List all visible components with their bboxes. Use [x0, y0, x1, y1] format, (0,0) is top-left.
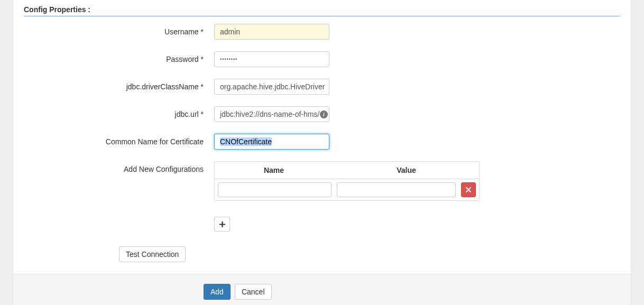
label-cn-cert: Common Name for Certificate	[24, 134, 214, 146]
add-button[interactable]: Add	[204, 284, 231, 300]
label-jdbc-url: jdbc.url *	[24, 106, 214, 118]
row-password: Password * ••••••••	[24, 51, 620, 67]
row-jdbc-url: jdbc.url * jdbc:hive2://dns-name-of-hms/…	[24, 106, 620, 122]
jdbc-driver-input[interactable]: org.apache.hive.jdbc.HiveDriver	[214, 79, 329, 95]
row-test-connection: Test Connection	[24, 246, 620, 274]
configurations-header-value: Value	[334, 162, 479, 179]
jdbc-url-value: jdbc:hive2://dns-name-of-hms/	[220, 110, 319, 118]
form-footer: Add Cancel	[13, 274, 631, 305]
jdbc-driver-value: org.apache.hive.jdbc.HiveDriver	[220, 82, 325, 91]
configurations-header: Name Value	[215, 162, 479, 179]
remove-configuration-button[interactable]	[461, 182, 476, 197]
add-configuration-button[interactable]	[214, 217, 230, 232]
label-jdbc-driver: jdbc.driverClassName *	[24, 79, 214, 91]
remove-icon	[466, 187, 471, 192]
configurations-table: Name Value	[214, 161, 480, 201]
cancel-button[interactable]: Cancel	[235, 284, 272, 300]
password-input[interactable]: ••••••••	[214, 51, 329, 67]
label-password: Password *	[24, 51, 214, 63]
info-icon[interactable]: i	[320, 110, 328, 118]
username-input[interactable]: admin	[214, 24, 329, 40]
label-add-configurations: Add New Configurations	[24, 161, 214, 173]
jdbc-url-input[interactable]: jdbc:hive2://dns-name-of-hms/	[214, 106, 329, 122]
label-username: Username *	[24, 24, 214, 36]
configurations-name-input[interactable]	[218, 182, 332, 197]
config-properties-panel: Config Properties : Username * admin Pas…	[13, 0, 631, 305]
row-cn-cert: Common Name for Certificate CNOfCertific…	[24, 134, 620, 150]
username-value: admin	[220, 27, 240, 36]
cn-cert-value: CNOfCertificate	[220, 137, 272, 146]
row-add-configurations: Add New Configurations Name Value	[24, 161, 620, 238]
test-connection-button[interactable]: Test Connection	[119, 246, 186, 262]
configurations-value-input[interactable]	[337, 182, 456, 197]
row-jdbc-driver: jdbc.driverClassName * org.apache.hive.j…	[24, 79, 620, 95]
plus-icon	[219, 221, 225, 227]
section-divider	[24, 16, 620, 16]
cn-cert-input[interactable]: CNOfCertificate	[214, 134, 329, 150]
row-username: Username * admin	[24, 24, 620, 40]
configurations-header-name: Name	[215, 162, 334, 179]
section-title: Config Properties :	[24, 5, 620, 14]
configurations-row	[215, 179, 479, 200]
password-value: ••••••••	[220, 57, 237, 62]
